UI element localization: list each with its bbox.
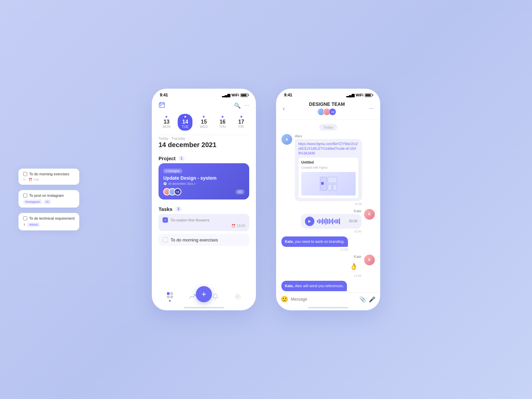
- date-num-wed: 15: [201, 119, 207, 125]
- figma-link[interactable]: https://www.figma.com/file/VZYWpUXx2yMJZ…: [298, 142, 359, 156]
- scene: To do morning exercises ↻ ⏰ 7:00 To post…: [0, 0, 532, 399]
- wifi-icon: WiFi: [231, 93, 239, 97]
- nav-settings[interactable]: [234, 293, 241, 300]
- task-water[interactable]: ✓ To water the flowers ⏰ 19:00: [159, 214, 249, 231]
- date-dot-wed: [203, 116, 205, 118]
- msg-bubble-emoji: 👌: [346, 260, 361, 273]
- floating-card-title-morning: To do morning exercises: [23, 172, 75, 176]
- tasks-section-header: Tasks 3: [152, 204, 256, 214]
- emoji-button[interactable]: 🙂: [281, 296, 288, 303]
- project-card-name: Update Design - system: [163, 175, 245, 181]
- task-morning[interactable]: To do morning exercises: [159, 234, 249, 246]
- chat-signal-icon: ▂▄▆: [346, 93, 354, 97]
- chat-input[interactable]: [291, 297, 357, 302]
- chat-avatars: +2: [309, 108, 345, 116]
- msg-kate-audio: K Kate ▶: [281, 209, 375, 233]
- figma-preview-title: Untitled: [301, 160, 356, 165]
- chat-time: 9:41: [284, 93, 292, 97]
- msg-sent-references: Kate, Alex will send you references. 11:…: [281, 281, 375, 293]
- msg-time-branding: 11:02: [281, 248, 348, 251]
- date-thu[interactable]: 16 THU: [215, 114, 230, 131]
- date-mon[interactable]: 13 MON: [159, 114, 174, 131]
- svg-rect-9: [328, 184, 332, 190]
- refresh-icon-morning: ↻: [23, 178, 26, 181]
- chat-date-divider: Today: [319, 124, 337, 131]
- tag-instagram: #instagram: [23, 200, 42, 204]
- chat-title-block: DESIGNE TEAM +2: [309, 101, 345, 116]
- msg-avatar-kate-audio: K: [364, 209, 375, 220]
- date-day-fri: FRI: [238, 125, 244, 129]
- search-icon[interactable]: 🔍: [234, 102, 241, 109]
- msg-content-kate-audio: Kate ▶: [301, 209, 361, 233]
- project-avatar-stack: +2: [163, 188, 181, 195]
- floating-card-instagram: To post on Instagram #instagram #2: [18, 190, 79, 208]
- date-num-fri: 17: [238, 119, 244, 125]
- more-icon[interactable]: ···: [245, 102, 249, 109]
- chat-input-bar: 🙂 📎 🎤: [276, 293, 380, 307]
- tasks-title: Tasks: [159, 206, 172, 212]
- project-avatar-more: +2: [174, 188, 181, 195]
- svg-rect-5: [170, 296, 173, 298]
- floating-card-checkbox-technical[interactable]: [23, 216, 27, 220]
- msg-sender-alex: Alex: [295, 134, 362, 138]
- msg-text-references: Alex will send you references.: [295, 284, 344, 288]
- project-card-footer: +2 #3: [163, 188, 245, 195]
- svg-rect-3: [170, 292, 173, 295]
- chat-messages: Today A Alex https://www.figma.com/file/…: [276, 120, 380, 293]
- msg-kate-emoji: K Kate 👌 11:05: [281, 255, 375, 277]
- task-water-checkbox[interactable]: ✓: [163, 217, 168, 223]
- floating-cards: To do morning exercises ↻ ⏰ 7:00 To post…: [18, 169, 79, 230]
- floating-card-checkbox-morning[interactable]: [23, 172, 27, 176]
- tag-work: #Work: [27, 222, 40, 227]
- date-day-thu: THU: [219, 125, 226, 129]
- signal-icon: ▂▄▆: [222, 93, 230, 97]
- cal-status-icons: ▂▄▆ WiFi: [222, 93, 248, 97]
- svg-rect-1: [160, 105, 161, 106]
- tasks-badge: 3: [175, 207, 182, 212]
- chat-header: ‹ DESIGNE TEAM +2 ···: [276, 99, 380, 120]
- nav-dot: [169, 300, 171, 302]
- figma-preview-img: [301, 172, 356, 195]
- date-dot-mon: [166, 116, 167, 118]
- msg-time-kate-audio: 10:30: [354, 230, 361, 233]
- figma-preview: Untitled Created with Figma: [298, 157, 359, 198]
- mic-button[interactable]: 🎤: [369, 296, 375, 303]
- nav-notifications[interactable]: [212, 293, 219, 300]
- chat-battery-icon: [365, 93, 372, 97]
- floating-card-checkbox-instagram[interactable]: [23, 193, 27, 197]
- audio-play-btn[interactable]: ▶: [305, 217, 314, 226]
- chat-status-bar: 9:41 ▂▄▆ WiFi: [276, 89, 380, 99]
- msg-bubble-references: Kate, Alex will send you references.: [281, 281, 347, 291]
- date-fri[interactable]: 17 FRI: [234, 114, 249, 131]
- chat-back-button[interactable]: ‹: [283, 105, 285, 112]
- chat-status-icons: ▂▄▆ WiFi: [346, 93, 372, 97]
- fab-add[interactable]: +: [196, 286, 212, 302]
- cal-date-section: Today · Tuesday 14 december 2021: [152, 135, 256, 153]
- svg-rect-10: [333, 184, 337, 190]
- msg-sent-branding: Kate, you need to work on branding. 11:0…: [281, 236, 375, 251]
- floating-card-title-instagram: To post on Instagram: [23, 193, 75, 197]
- chat-phone: 9:41 ▂▄▆ WiFi ‹ DESIGNE TEAM +2 ···: [276, 89, 380, 310]
- cal-home-indicator: [184, 307, 224, 308]
- chat-wifi-icon: WiFi: [356, 93, 363, 97]
- project-task-count: #3: [235, 189, 245, 194]
- date-tue[interactable]: 14 TUE: [178, 114, 192, 131]
- msg-bubble-branding: Kate, you need to work on branding.: [281, 236, 348, 247]
- nav-grid[interactable]: [166, 292, 174, 302]
- msg-text-branding: you need to work on branding.: [295, 239, 345, 243]
- task-morning-checkbox[interactable]: [163, 237, 168, 242]
- msg-alex-figma: A Alex https://www.figma.com/file/VZYWpU…: [281, 134, 375, 206]
- msg-emoji: 👌: [350, 263, 358, 270]
- task-morning-label: To do morning exercises: [171, 237, 218, 242]
- project-badge: 1: [178, 156, 185, 161]
- msg-content-alex-figma: Alex https://www.figma.com/file/VZYWpUXx…: [295, 134, 362, 206]
- project-card[interactable]: # Designe Update Design - system 🕐 30 de…: [159, 163, 249, 200]
- attach-button[interactable]: 📎: [359, 296, 366, 303]
- date-wed[interactable]: 15 WED: [196, 114, 211, 131]
- chat-more-button[interactable]: ···: [369, 105, 373, 112]
- msg-sender-kate-audio: Kate: [354, 209, 361, 213]
- msg-content-references: Kate, Alex will send you references. 11:…: [281, 281, 347, 293]
- date-day-wed: WED: [200, 125, 208, 129]
- nav-trending[interactable]: [189, 293, 196, 300]
- calendar-icon: [159, 101, 165, 110]
